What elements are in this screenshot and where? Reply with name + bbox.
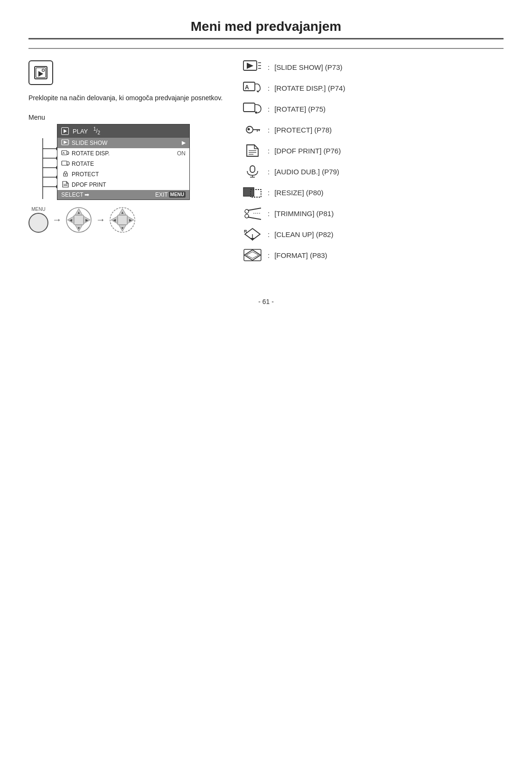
svg-rect-69 [243, 188, 254, 196]
colon-slideshow: : [268, 63, 270, 71]
dpof-icon-text [61, 181, 70, 189]
svg-text:A: A [63, 152, 65, 154]
footer-select-arrow: ➡ [84, 191, 89, 198]
svg-text:◀: ◀ [69, 218, 73, 222]
dpad-1: ▲ ▼ ◀ ▶ [65, 207, 92, 233]
play-mode-icon [28, 60, 53, 85]
footer-select: SELECT ➡ [61, 191, 89, 198]
colon-trimming: : [268, 209, 270, 218]
colon-format: : [268, 251, 270, 259]
icon-cell-dpof [242, 144, 263, 157]
svg-text:▲: ▲ [121, 210, 124, 215]
header-fraction: 1/2 [92, 126, 100, 135]
protect-small-icon [61, 171, 70, 177]
item-label-slideshow: SLIDE SHOW [72, 140, 180, 146]
rotate-small-icon [61, 160, 70, 167]
header-title: PLAY [73, 128, 88, 135]
slideshow-icon [243, 60, 262, 74]
colon-protect: : [268, 126, 270, 134]
arrow-1: → [52, 214, 62, 225]
description-text: Preklopite na način delovanja, ki omogoč… [28, 93, 228, 103]
svg-text:▼: ▼ [77, 226, 81, 230]
rotate-icon [243, 102, 262, 115]
list-item-dpof: : [DPOF PRINT] (P76) [242, 144, 504, 157]
dpof-icon [243, 144, 262, 157]
svg-marker-81 [244, 250, 261, 260]
colon-audio-dub: : [268, 168, 270, 176]
svg-point-25 [65, 174, 66, 175]
menu-footer: SELECT ➡ EXIT MENU [57, 190, 189, 200]
svg-marker-55 [256, 91, 259, 93]
slideshow-icon-text [61, 139, 70, 147]
svg-marker-2 [38, 71, 43, 77]
dpad-2: ▲ ▼ ◀ ▶ [109, 207, 136, 233]
icon-cell-protect [242, 123, 263, 136]
right-col: : [SLIDE SHOW] (P73) A : [ROTATE DISP [242, 60, 504, 269]
menu-screen: PLAY 1/2 [57, 124, 190, 200]
svg-text:▼: ▼ [121, 226, 124, 230]
svg-point-1 [42, 69, 45, 71]
svg-text:▲: ▲ [77, 210, 81, 215]
rotate-disp-small-icon: A [61, 150, 70, 156]
colon-rotate-disp: : [268, 84, 270, 92]
svg-rect-32 [74, 215, 84, 225]
label-format: [FORMAT] (P83) [274, 251, 327, 259]
icon-cell-rotate-disp: A [242, 81, 263, 95]
header-play-triangle [64, 129, 67, 133]
icon-cell-cleanup: R [242, 228, 263, 241]
list-item-format: : [FORMAT] (P83) [242, 248, 504, 262]
menu-item-slideshow: SLIDE SHOW ▶ [57, 138, 189, 148]
list-item-audio-dub: : [AUDIO DUB.] (P79) [242, 165, 504, 178]
svg-rect-22 [62, 161, 67, 165]
svg-text:▶: ▶ [85, 218, 89, 222]
svg-marker-49 [247, 63, 253, 69]
menu-button-label: MENU [31, 207, 45, 212]
menu-screen-header: PLAY 1/2 [57, 124, 189, 137]
play-icon-inner [34, 66, 47, 79]
list-item-cleanup: R : [CLEAN UP] (P82) [242, 228, 504, 241]
svg-marker-21 [67, 154, 69, 155]
label-rotate: [ROTATE] (P75) [274, 105, 326, 113]
label-dpof: [DPOF PRINT] (P76) [274, 147, 341, 155]
footer-exit-label: EXIT [155, 191, 168, 198]
menu-diagram: PLAY 1/2 [38, 124, 228, 200]
protect-icon [243, 123, 262, 136]
arrow-2: → [96, 214, 105, 225]
top-rule [28, 48, 504, 49]
svg-rect-66 [250, 166, 255, 172]
label-rotate-disp: [ROTATE DISP.] (P74) [274, 84, 345, 92]
menu-button-group: MENU [28, 207, 48, 233]
icon-cell-audio-dub [242, 165, 263, 178]
svg-rect-56 [243, 103, 255, 112]
item-arrow-slideshow: ▶ [182, 140, 186, 146]
list-item-trimming: : [TRIMMING] (P81) [242, 207, 504, 220]
svg-line-73 [248, 208, 261, 210]
list-item-slideshow: : [SLIDE SHOW] (P73) [242, 60, 504, 74]
controls-row: MENU → [28, 207, 228, 233]
dpad-1-svg[interactable]: ▲ ▼ ◀ ▶ [65, 207, 92, 233]
page-number: - 61 - [28, 298, 504, 305]
footer-menu-badge: MENU [169, 191, 186, 198]
label-slideshow: [SLIDE SHOW] (P73) [274, 63, 342, 71]
item-label-rotate-disp: ROTATE DISP. [72, 150, 174, 157]
rotate-icon-text [61, 160, 70, 168]
page-title: Meni med predvajanjem [28, 19, 504, 39]
svg-text:R: R [244, 229, 247, 234]
svg-rect-42 [118, 215, 127, 225]
menu-button[interactable] [28, 213, 48, 233]
dpad-2-svg[interactable]: ▲ ▼ ◀ ▶ [109, 207, 136, 233]
play-record-svg [35, 66, 47, 79]
menu-item-dpof: DPOF PRINT [57, 180, 189, 190]
label-protect: [PROTECT] (P78) [274, 126, 332, 134]
slideshow-small-icon [61, 139, 70, 146]
protect-icon-text [61, 171, 70, 178]
footer-exit: EXIT MENU [155, 191, 186, 198]
icon-cell-slideshow [242, 60, 263, 74]
menu-label: Menu [28, 114, 228, 121]
menu-item-rotate-disp: A ROTATE DISP. ON [57, 148, 189, 159]
rotate-disp-icon-text: A [61, 150, 70, 157]
menu-item-rotate: ROTATE [57, 159, 189, 169]
cleanup-icon: R [243, 228, 262, 241]
page-container: Meni med predvajanjem P [0, 0, 532, 760]
svg-text:▶: ▶ [129, 218, 132, 222]
